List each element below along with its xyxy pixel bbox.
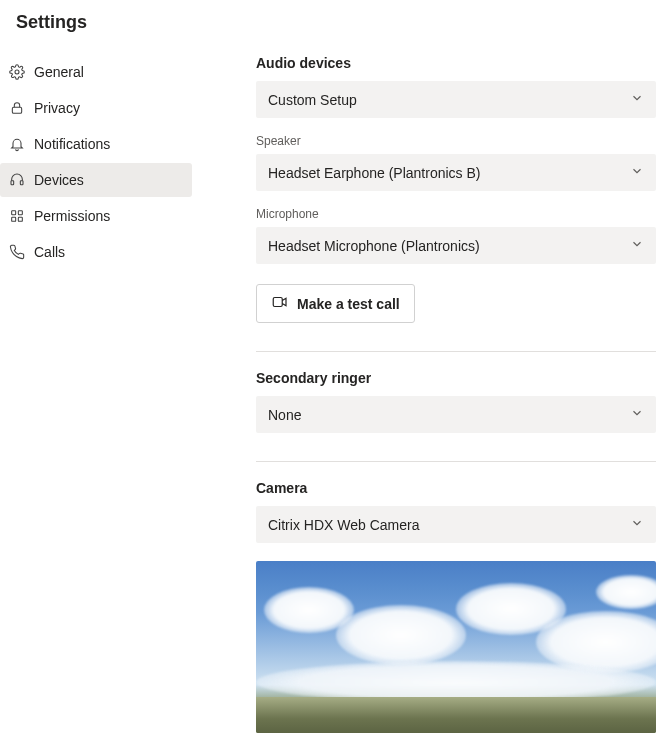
- headset-icon: [8, 171, 26, 189]
- chevron-down-icon: [630, 516, 644, 533]
- secondary-ringer-value: None: [268, 407, 301, 423]
- svg-rect-2: [11, 181, 14, 185]
- sidebar-item-label: Permissions: [34, 208, 110, 224]
- speaker-select[interactable]: Headset Earphone (Plantronics B): [256, 154, 656, 191]
- chevron-down-icon: [630, 91, 644, 108]
- svg-rect-8: [273, 298, 282, 307]
- svg-rect-6: [12, 217, 16, 221]
- chevron-down-icon: [630, 406, 644, 423]
- svg-rect-4: [12, 211, 16, 215]
- sidebar-item-privacy[interactable]: Privacy: [0, 91, 192, 125]
- audio-setup-select[interactable]: Custom Setup: [256, 81, 656, 118]
- camera-select[interactable]: Citrix HDX Web Camera: [256, 506, 656, 543]
- audio-devices-label: Audio devices: [256, 55, 656, 71]
- gear-icon: [8, 63, 26, 81]
- settings-sidebar: General Privacy Notifi: [0, 51, 192, 746]
- speaker-label: Speaker: [256, 134, 656, 148]
- svg-rect-7: [18, 217, 22, 221]
- secondary-ringer-label: Secondary ringer: [256, 370, 656, 386]
- sidebar-item-label: General: [34, 64, 84, 80]
- apps-icon: [8, 207, 26, 225]
- sidebar-item-devices[interactable]: Devices: [0, 163, 192, 197]
- bell-icon: [8, 135, 26, 153]
- sidebar-item-label: Notifications: [34, 136, 110, 152]
- page-title: Settings: [0, 0, 664, 51]
- divider: [256, 461, 656, 462]
- phone-icon: [8, 243, 26, 261]
- make-test-call-button[interactable]: Make a test call: [256, 284, 415, 323]
- secondary-ringer-select[interactable]: None: [256, 396, 656, 433]
- make-test-call-label: Make a test call: [297, 296, 400, 312]
- sidebar-item-calls[interactable]: Calls: [0, 235, 192, 269]
- sidebar-item-label: Calls: [34, 244, 65, 260]
- microphone-label: Microphone: [256, 207, 656, 221]
- settings-main: Audio devices Custom Setup Speaker Heads…: [192, 51, 664, 746]
- camera-value: Citrix HDX Web Camera: [268, 517, 419, 533]
- chevron-down-icon: [630, 164, 644, 181]
- sidebar-item-general[interactable]: General: [0, 55, 192, 89]
- video-call-icon: [271, 293, 289, 314]
- svg-rect-3: [20, 181, 23, 185]
- microphone-value: Headset Microphone (Plantronics): [268, 238, 480, 254]
- sidebar-item-notifications[interactable]: Notifications: [0, 127, 192, 161]
- sidebar-item-permissions[interactable]: Permissions: [0, 199, 192, 233]
- camera-label: Camera: [256, 480, 656, 496]
- svg-rect-5: [18, 211, 22, 215]
- speaker-value: Headset Earphone (Plantronics B): [268, 165, 480, 181]
- camera-preview: [256, 561, 656, 733]
- svg-rect-1: [12, 107, 21, 113]
- svg-point-0: [15, 70, 19, 74]
- lock-icon: [8, 99, 26, 117]
- sidebar-item-label: Privacy: [34, 100, 80, 116]
- divider: [256, 351, 656, 352]
- sidebar-item-label: Devices: [34, 172, 84, 188]
- audio-setup-value: Custom Setup: [268, 92, 357, 108]
- microphone-select[interactable]: Headset Microphone (Plantronics): [256, 227, 656, 264]
- chevron-down-icon: [630, 237, 644, 254]
